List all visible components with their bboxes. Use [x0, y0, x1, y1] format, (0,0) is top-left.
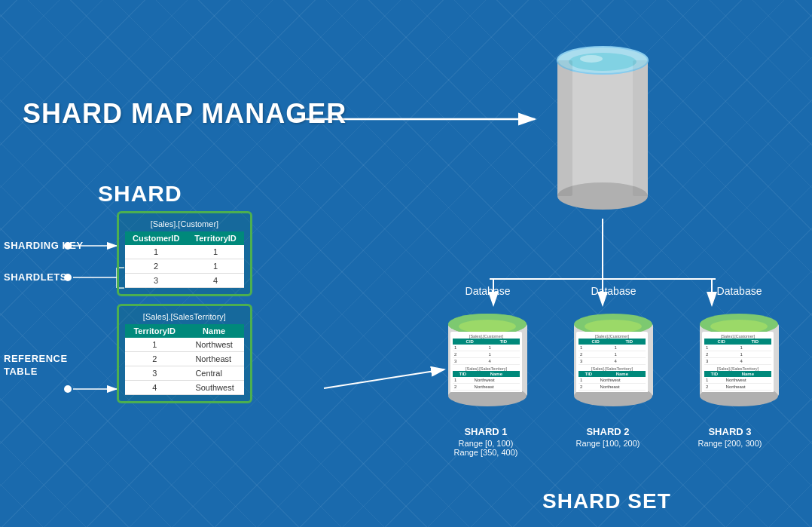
svg-point-23	[580, 55, 603, 63]
svg-point-17	[64, 385, 72, 393]
shard-map-manager-title: SHARD MAP MANAGER	[23, 98, 346, 130]
shard3-info: SHARD 3 Range [200, 300)	[688, 426, 771, 457]
db2-label: Database	[591, 285, 636, 297]
reference-table-label: REFERENCETABLE	[4, 353, 68, 378]
db3-label: Database	[717, 285, 762, 297]
shard1-name: SHARD 1	[444, 426, 527, 437]
database-2: Database [Sales].[Customer] CIDTID 11 21…	[570, 285, 657, 407]
sharding-key-label: SHARDING KEY	[4, 240, 84, 251]
svg-rect-24	[557, 60, 572, 196]
name-header: Name	[184, 324, 243, 338]
database-3: Database [Sales].[Customer] CIDTID 11 21…	[696, 285, 783, 407]
territory-table-box: [Sales].[SalesTerritory] TerritoryID Nam…	[117, 304, 252, 403]
customer-table: CustomerID TerritoryID 112134	[125, 231, 244, 288]
customer-id-header: CustomerID	[125, 231, 187, 245]
tables-container: [Sales].[Customer] CustomerID TerritoryI…	[117, 211, 252, 411]
main-cylinder	[550, 23, 655, 222]
svg-point-22	[569, 53, 636, 71]
shard3-name: SHARD 3	[688, 426, 771, 437]
db1-label: Database	[466, 285, 511, 297]
shard2-name: SHARD 2	[566, 426, 649, 437]
shard-labels-row: SHARD 1 Range [0, 100)Range [350, 400) S…	[444, 426, 771, 457]
shard2-range: Range [100, 200)	[566, 439, 649, 448]
shard-set-title: SHARD SET	[542, 489, 671, 513]
reference-table-text: REFERENCETABLE	[4, 353, 68, 377]
territory-id-header: TerritoryID	[187, 231, 243, 245]
shard1-range: Range [0, 100)Range [350, 400)	[444, 439, 527, 457]
shardlets-text: SHARDLETS	[4, 271, 67, 283]
shard2-info: SHARD 2 Range [100, 200)	[566, 426, 649, 457]
svg-line-8	[324, 369, 444, 388]
shard1-info: SHARD 1 Range [0, 100)Range [350, 400)	[444, 426, 527, 457]
shard-section-title: SHARD	[98, 181, 182, 207]
shardlets-label: SHARDLETS	[4, 271, 67, 283]
svg-rect-25	[633, 60, 648, 196]
territory-table: TerritoryID Name 1Northwest2Northeast3Ce…	[125, 324, 244, 395]
territory-id-header2: TerritoryID	[125, 324, 184, 338]
databases-row: Database [Sales].[Customer] CIDTID 11 21	[444, 285, 783, 407]
sharding-key-text: SHARDING KEY	[4, 240, 84, 251]
territory-table-title: [Sales].[SalesTerritory]	[125, 312, 244, 321]
customer-table-box: [Sales].[Customer] CustomerID TerritoryI…	[117, 211, 252, 296]
database-1: Database [Sales].[Customer] CIDTID 11 21	[444, 285, 531, 407]
customer-table-title: [Sales].[Customer]	[125, 219, 244, 228]
shard3-range: Range [200, 300)	[688, 439, 771, 448]
